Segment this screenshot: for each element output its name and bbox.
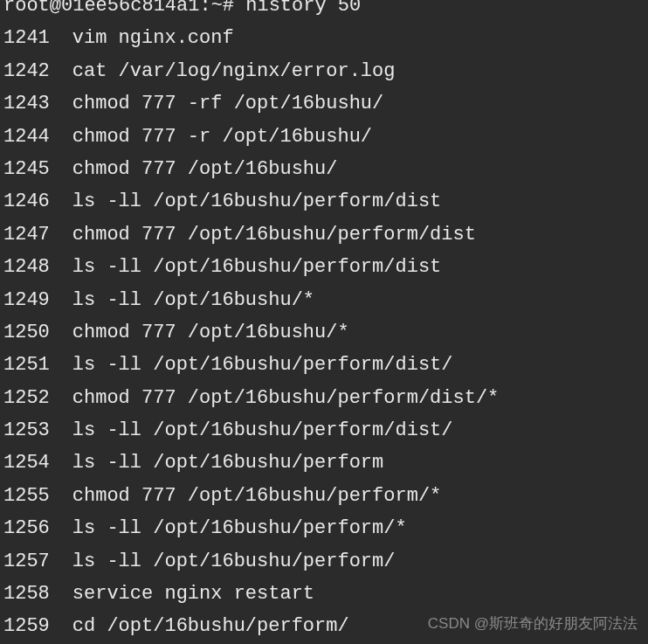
history-command: chmod 777 /opt/16bushu/perform/dist/* (72, 382, 499, 414)
history-number: 1258 (3, 578, 72, 610)
history-entry: 1253ls -ll /opt/16bushu/perform/dist/ (3, 414, 645, 447)
history-command: ls -ll /opt/16bushu/perform/dist/ (72, 349, 453, 381)
history-number: 1251 (3, 349, 72, 381)
history-entry: 1249ls -ll /opt/16bushu/* (3, 284, 645, 316)
history-number: 1245 (3, 153, 72, 185)
history-entry: 1250chmod 777 /opt/16bushu/* (3, 316, 645, 349)
history-entry: 1248ls -ll /opt/16bushu/perform/dist (3, 251, 645, 283)
history-command: cat /var/log/nginx/error.log (72, 55, 396, 87)
history-command: ls -ll /opt/16bushu/perform/dist (72, 185, 441, 218)
history-command: ls -ll /opt/16bushu/perform/* (72, 512, 407, 544)
history-command: chmod 777 /opt/16bushu/* (72, 316, 349, 349)
history-number: 1246 (3, 185, 72, 218)
watermark-text: CSDN @斯班奇的好朋友阿法法 (428, 612, 638, 637)
history-number: 1248 (3, 251, 72, 283)
history-command: ls -ll /opt/16bushu/perform/dist/ (72, 414, 453, 447)
history-number: 1243 (3, 87, 72, 120)
history-entry: 1255chmod 777 /opt/16bushu/perform/* (3, 480, 645, 512)
history-command: ls -ll /opt/16bushu/perform/ (72, 545, 396, 578)
history-entry: 1254ls -ll /opt/16bushu/perform (3, 447, 645, 479)
history-entry: 1242cat /var/log/nginx/error.log (3, 55, 645, 87)
history-number: 1247 (3, 218, 72, 251)
history-command: chmod 777 /opt/16bushu/ (72, 153, 338, 185)
history-number: 1257 (3, 545, 72, 578)
history-number: 1241 (3, 22, 72, 54)
history-command: chmod 777 -r /opt/16bushu/ (72, 121, 372, 153)
history-number: 1259 (3, 610, 72, 642)
history-number: 1253 (3, 414, 72, 447)
history-number: 1252 (3, 382, 72, 414)
history-entry: 1258service nginx restart (3, 578, 645, 610)
terminal-output[interactable]: root@01ee56c814a1:~# history 50 1241vim … (0, 0, 648, 643)
history-command: cd /opt/16bushu/perform/ (72, 610, 349, 642)
history-entry: 1256ls -ll /opt/16bushu/perform/* (3, 512, 645, 544)
history-number: 1249 (3, 284, 72, 316)
history-list: 1241vim nginx.conf1242cat /var/log/nginx… (3, 22, 645, 642)
history-command: ls -ll /opt/16bushu/perform/dist (72, 251, 441, 283)
history-command: chmod 777 /opt/16bushu/perform/* (72, 480, 441, 512)
history-entry: 1241vim nginx.conf (3, 22, 645, 54)
history-command: chmod 777 /opt/16bushu/perform/dist (72, 218, 476, 251)
history-number: 1244 (3, 121, 72, 153)
history-command: ls -ll /opt/16bushu/* (72, 284, 314, 316)
history-command: vim nginx.conf (72, 22, 234, 54)
shell-prompt-line: root@01ee56c814a1:~# history 50 (3, 0, 645, 22)
history-number: 1250 (3, 316, 72, 349)
history-number: 1255 (3, 480, 72, 512)
history-command: chmod 777 -rf /opt/16bushu/ (72, 87, 383, 120)
history-number: 1242 (3, 55, 72, 87)
history-entry: 1257ls -ll /opt/16bushu/perform/ (3, 545, 645, 578)
history-entry: 1246ls -ll /opt/16bushu/perform/dist (3, 185, 645, 218)
history-command: service nginx restart (72, 578, 314, 610)
history-number: 1254 (3, 447, 72, 479)
history-entry: 1251ls -ll /opt/16bushu/perform/dist/ (3, 349, 645, 381)
history-command: ls -ll /opt/16bushu/perform (72, 447, 383, 479)
history-entry: 1245chmod 777 /opt/16bushu/ (3, 153, 645, 185)
history-entry: 1252chmod 777 /opt/16bushu/perform/dist/… (3, 382, 645, 414)
history-entry: 1243chmod 777 -rf /opt/16bushu/ (3, 87, 645, 120)
history-number: 1256 (3, 512, 72, 544)
history-entry: 1244chmod 777 -r /opt/16bushu/ (3, 121, 645, 153)
history-entry: 1247chmod 777 /opt/16bushu/perform/dist (3, 218, 645, 251)
